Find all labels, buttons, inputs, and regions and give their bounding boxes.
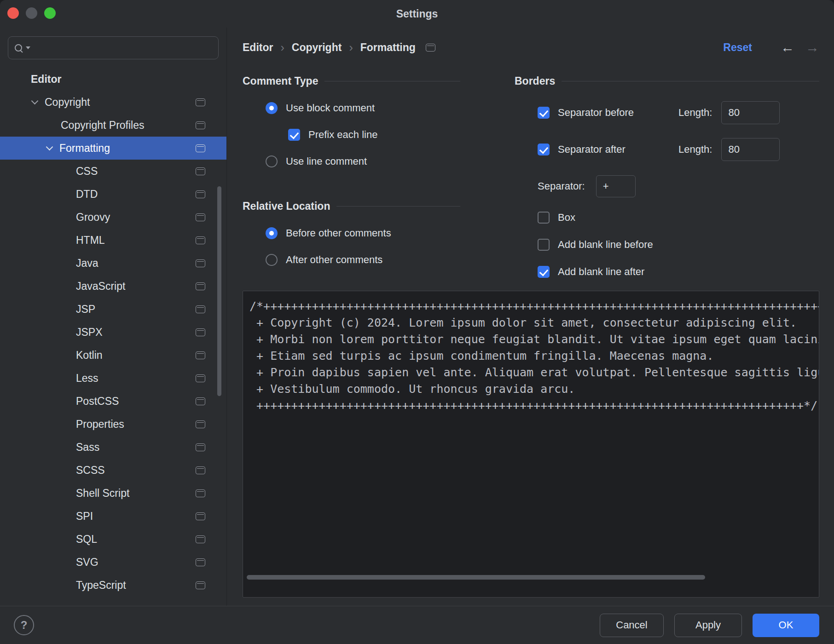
sidebar-item-groovy[interactable]: Groovy bbox=[0, 206, 226, 229]
prefix-each-line-checkbox[interactable] bbox=[288, 129, 300, 141]
header-actions: Reset ← → bbox=[723, 40, 819, 54]
search-field[interactable] bbox=[8, 36, 219, 59]
settings-page-icon bbox=[196, 443, 205, 451]
settings-page-icon bbox=[196, 420, 205, 428]
cancel-button[interactable]: Cancel bbox=[600, 614, 664, 637]
window-controls bbox=[7, 7, 56, 19]
sidebar-item-scss[interactable]: SCSS bbox=[0, 459, 226, 482]
sidebar-item-less[interactable]: Less bbox=[0, 367, 226, 390]
separator-after-row[interactable]: Separator after Length: bbox=[515, 138, 819, 161]
use-line-comment-radio[interactable] bbox=[266, 155, 278, 167]
panel-header: Editor › Copyright › Formatting Reset ← … bbox=[243, 36, 819, 59]
settings-page-icon bbox=[196, 282, 205, 290]
sidebar-item-dtd[interactable]: DTD bbox=[0, 183, 226, 206]
add-blank-line-before-row[interactable]: Add blank line before bbox=[515, 233, 819, 256]
ok-button[interactable]: OK bbox=[753, 614, 819, 637]
settings-page-icon bbox=[196, 213, 205, 221]
separator-after-checkbox[interactable] bbox=[538, 144, 550, 155]
titlebar: Settings bbox=[0, 0, 834, 28]
sidebar-item-editor[interactable]: Editor bbox=[0, 68, 226, 91]
sidebar-item-java[interactable]: Java bbox=[0, 252, 226, 275]
box-checkbox[interactable] bbox=[538, 212, 550, 224]
add-blank-line-after-row[interactable]: Add blank line after bbox=[515, 260, 819, 283]
separator-after-length-input[interactable] bbox=[721, 138, 780, 161]
before-other-comments-radio[interactable] bbox=[266, 227, 278, 239]
sidebar-item-typescript[interactable]: TypeScript bbox=[0, 574, 226, 597]
chevron-down-icon[interactable] bbox=[46, 143, 53, 150]
separator-before-row[interactable]: Separator before Length: bbox=[515, 101, 819, 124]
apply-button[interactable]: Apply bbox=[674, 614, 742, 637]
after-other-comments-radio[interactable] bbox=[266, 254, 278, 266]
sidebar-item-copyright[interactable]: Copyright bbox=[0, 91, 226, 114]
separator-char-row: Separator: bbox=[515, 175, 819, 198]
before-other-comments-option[interactable]: Before other comments bbox=[243, 222, 460, 245]
breadcrumb-separator-icon: › bbox=[280, 41, 284, 54]
separator-before-length-input[interactable] bbox=[721, 101, 780, 124]
settings-page-icon bbox=[196, 512, 205, 520]
sidebar-item-javascript[interactable]: JavaScript bbox=[0, 275, 226, 298]
sidebar-item-jsp[interactable]: JSP bbox=[0, 298, 226, 321]
formatting-settings-panel: Editor › Copyright › Formatting Reset ← … bbox=[227, 28, 834, 606]
separator-label: Separator: bbox=[538, 180, 585, 192]
sidebar-item-sql[interactable]: SQL bbox=[0, 528, 226, 551]
chevron-down-icon[interactable] bbox=[31, 97, 39, 104]
search-input[interactable] bbox=[30, 37, 218, 59]
help-button[interactable]: ? bbox=[14, 615, 34, 635]
sidebar-item-formatting[interactable]: Formatting bbox=[0, 137, 226, 160]
sidebar-scrollbar[interactable] bbox=[217, 186, 221, 396]
forward-arrow-icon[interactable]: → bbox=[805, 40, 819, 54]
settings-page-icon bbox=[196, 328, 205, 336]
use-line-comment-option[interactable]: Use line comment bbox=[243, 150, 460, 173]
breadcrumb-formatting[interactable]: Formatting bbox=[360, 41, 416, 54]
close-button[interactable] bbox=[7, 7, 19, 19]
preview-line: /*++++++++++++++++++++++++++++++++++++++… bbox=[249, 298, 819, 315]
after-other-comments-option[interactable]: After other comments bbox=[243, 248, 460, 271]
separator-char-input[interactable] bbox=[596, 175, 636, 197]
option-label: Separator before bbox=[558, 107, 634, 119]
comment-type-section-header: Comment Type bbox=[243, 74, 460, 88]
preview-line: + Morbi non lorem porttitor neque feugia… bbox=[249, 331, 819, 348]
add-blank-line-before-checkbox[interactable] bbox=[538, 239, 550, 251]
sidebar-item-html[interactable]: HTML bbox=[0, 229, 226, 252]
settings-window: Settings Editor Copyright Copyright bbox=[0, 0, 834, 644]
sidebar-item-properties[interactable]: Properties bbox=[0, 413, 226, 436]
section-title: Comment Type bbox=[243, 75, 318, 87]
zoom-button[interactable] bbox=[44, 7, 56, 19]
use-block-comment-option[interactable]: Use block comment bbox=[243, 97, 460, 120]
breadcrumb-editor[interactable]: Editor bbox=[243, 41, 273, 54]
settings-page-icon bbox=[196, 466, 205, 474]
back-arrow-icon[interactable]: ← bbox=[781, 40, 794, 54]
breadcrumb-copyright[interactable]: Copyright bbox=[292, 41, 342, 54]
sidebar-item-kotlin[interactable]: Kotlin bbox=[0, 344, 226, 367]
search-options-caret-icon[interactable] bbox=[26, 46, 30, 49]
option-label: Prefix each line bbox=[308, 129, 377, 141]
sidebar-item-postcss[interactable]: PostCSS bbox=[0, 390, 226, 413]
option-label: Separator after bbox=[558, 144, 626, 155]
sidebar-item-shell-script[interactable]: Shell Script bbox=[0, 482, 226, 505]
use-block-comment-radio[interactable] bbox=[266, 102, 278, 114]
sidebar-item-spi[interactable]: SPI bbox=[0, 505, 226, 528]
sidebar-item-jspx[interactable]: JSPX bbox=[0, 321, 226, 344]
preview-line: ++++++++++++++++++++++++++++++++++++++++… bbox=[249, 397, 819, 414]
sidebar-item-svg[interactable]: SVG bbox=[0, 551, 226, 574]
prefix-each-line-option[interactable]: Prefix each line bbox=[243, 123, 460, 146]
sidebar-item-css[interactable]: CSS bbox=[0, 160, 226, 183]
settings-page-icon bbox=[196, 121, 205, 129]
preview-horizontal-scrollbar[interactable] bbox=[247, 575, 705, 580]
minimize-button[interactable] bbox=[26, 7, 37, 19]
separator-before-checkbox[interactable] bbox=[538, 107, 550, 119]
borders-section-header: Borders bbox=[515, 74, 819, 88]
settings-page-icon bbox=[196, 259, 205, 267]
option-label: Add blank line after bbox=[558, 266, 644, 278]
settings-page-icon bbox=[196, 167, 205, 175]
box-row[interactable]: Box bbox=[515, 206, 819, 229]
settings-page-icon bbox=[196, 144, 205, 152]
preview-line: + Proin dapibus sapien vel ante. Aliquam… bbox=[249, 364, 819, 381]
settings-page-icon bbox=[196, 489, 205, 497]
sidebar-item-copyright-profiles[interactable]: Copyright Profiles bbox=[0, 114, 226, 137]
reset-button[interactable]: Reset bbox=[723, 41, 752, 54]
settings-page-icon bbox=[196, 305, 205, 313]
breadcrumb: Editor › Copyright › Formatting bbox=[243, 41, 435, 54]
sidebar-item-sass[interactable]: Sass bbox=[0, 436, 226, 459]
add-blank-line-after-checkbox[interactable] bbox=[538, 266, 550, 278]
